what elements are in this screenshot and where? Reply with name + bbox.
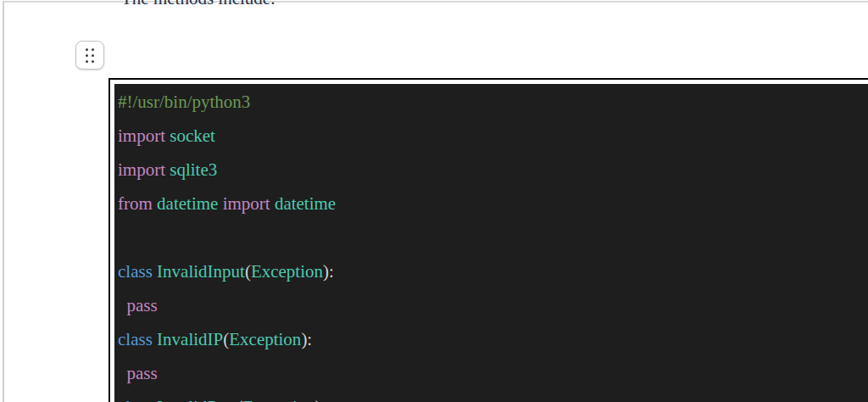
- grip-dots-icon: [86, 48, 94, 63]
- code-line: import sqlite3: [118, 153, 868, 187]
- code-pre[interactable]: #!/usr/bin/python3import socketimport sq…: [114, 84, 868, 402]
- code-line: #!/usr/bin/python3: [118, 85, 868, 119]
- code-line: pass: [118, 288, 868, 322]
- code-line: [118, 221, 868, 254]
- paragraph-text: The methods include:: [121, 0, 275, 8]
- code-block-container: #!/usr/bin/python3import socketimport sq…: [108, 78, 868, 402]
- code-line: from datetime import datetime: [118, 187, 868, 221]
- panel-left-border: [3, 1, 4, 402]
- drag-handle-button[interactable]: [75, 41, 104, 70]
- code-line: import socket: [118, 119, 868, 153]
- page: { "page": { "heading_text": "The methods…: [0, 0, 868, 402]
- code-line: class InvalidIP(Exception):: [118, 322, 868, 356]
- code-line: pass: [118, 356, 868, 390]
- code-line: class InvalidInput(Exception):: [118, 254, 868, 288]
- code-line: class InvalidPort(Exception):: [118, 390, 868, 402]
